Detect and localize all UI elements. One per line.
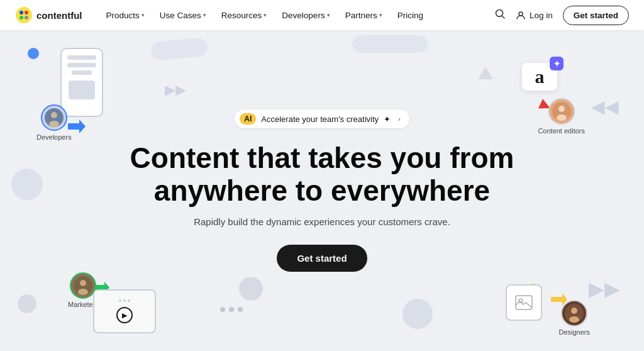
deco-chevron-right-bottom: ▶▶: [589, 277, 620, 301]
deco-pill-1: [150, 37, 208, 61]
ai-tag: AI: [240, 113, 256, 125]
svg-point-7: [519, 12, 523, 16]
svg-point-2: [25, 11, 28, 14]
svg-point-23: [571, 308, 577, 314]
navigation: contentful Products ▾ Use Cases ▾ Resour…: [0, 0, 644, 30]
content-editor-label: Content editors: [538, 127, 585, 135]
nav-products[interactable]: Products ▾: [100, 7, 151, 24]
developer-avatar: [41, 104, 67, 131]
nav-developers[interactable]: Developers ▾: [275, 7, 336, 24]
video-card: ▶: [93, 289, 156, 333]
hero-cta-button[interactable]: Get started: [277, 245, 367, 272]
deco-bar: [72, 70, 91, 75]
nav-resources[interactable]: Resources ▾: [215, 7, 274, 24]
chevron-down-icon: ▾: [203, 12, 206, 18]
svg-point-13: [558, 106, 565, 112]
deco-chevron-left: ◀◀: [165, 82, 186, 98]
text-card: a ✦: [522, 63, 557, 91]
sparkle-badge: ✦: [550, 57, 564, 70]
logo-text: contentful: [36, 10, 82, 21]
hero-section: ◀◀ ▶▶ ◀◀ Developers: [0, 30, 644, 351]
deco-circle-bottom2: [402, 299, 433, 329]
svg-point-16: [80, 280, 86, 286]
hero-heading-line1: Content that takes you from: [130, 142, 514, 174]
svg-point-14: [557, 114, 567, 121]
video-dots: [119, 299, 130, 302]
content-editor-persona: Content editors: [538, 98, 585, 135]
designer-label: Designers: [558, 328, 590, 336]
nav-partners[interactable]: Partners ▾: [339, 7, 389, 24]
nav-use-cases[interactable]: Use Cases ▾: [153, 7, 213, 24]
sparkle-icon: ✦: [384, 114, 391, 124]
svg-point-9: [51, 112, 57, 118]
deco-bar: [67, 63, 97, 67]
svg-point-10: [49, 121, 59, 127]
designer-persona: Designers: [558, 300, 590, 336]
svg-point-4: [25, 16, 28, 20]
chevron-right-icon: ›: [398, 115, 401, 123]
deco-circle-bottom1: [239, 277, 263, 301]
deco-dot-blue: [28, 48, 39, 59]
image-card: [506, 284, 542, 321]
login-button[interactable]: Log in: [516, 10, 553, 20]
chevron-down-icon: ▾: [264, 12, 267, 18]
deco-triangle: [478, 67, 493, 79]
deco-screen-block: [69, 81, 95, 99]
svg-point-5: [496, 10, 502, 17]
deco-dots-row: [220, 307, 243, 312]
svg-marker-11: [68, 120, 86, 133]
svg-line-6: [502, 16, 504, 19]
logo[interactable]: contentful: [15, 6, 82, 24]
designer-avatar: [561, 300, 587, 326]
developer-arrow: [68, 120, 86, 136]
svg-point-17: [78, 289, 88, 295]
chevron-down-icon: ▾: [327, 12, 330, 18]
hero-heading-line2: anywhere to everywhere: [154, 174, 490, 207]
deco-bar: [67, 55, 97, 60]
developer-persona: Developers: [36, 104, 72, 141]
chevron-down-icon: ▾: [142, 12, 145, 18]
ai-text: Accelerate your team's creativity: [261, 114, 379, 124]
hero-subtext: Rapidly build the dynamic experiences yo…: [194, 216, 450, 227]
deco-circle-left2: [18, 294, 36, 313]
svg-point-1: [19, 11, 23, 14]
nav-get-started-button[interactable]: Get started: [563, 6, 629, 25]
content-editor-avatar: [548, 98, 575, 125]
hero-heading: Content that takes you from anywhere to …: [130, 142, 514, 207]
deco-pill-2: [352, 35, 428, 53]
developer-label: Developers: [36, 133, 72, 141]
svg-point-0: [16, 7, 32, 23]
deco-chevron-right-top: ◀◀: [591, 96, 619, 117]
nav-links: Products ▾ Use Cases ▾ Resources ▾ Devel…: [100, 7, 494, 24]
deco-circle-left: [11, 169, 43, 200]
search-icon[interactable]: [494, 8, 506, 22]
chevron-down-icon: ▾: [379, 12, 382, 18]
text-card-a: a ✦: [522, 63, 557, 91]
nav-pricing[interactable]: Pricing: [391, 7, 430, 24]
svg-point-3: [19, 16, 23, 20]
nav-right: Log in Get started: [494, 6, 629, 25]
play-icon: ▶: [116, 307, 133, 323]
ai-badge[interactable]: AI Accelerate your team's creativity ✦ ›: [235, 109, 409, 128]
svg-point-24: [569, 316, 579, 323]
